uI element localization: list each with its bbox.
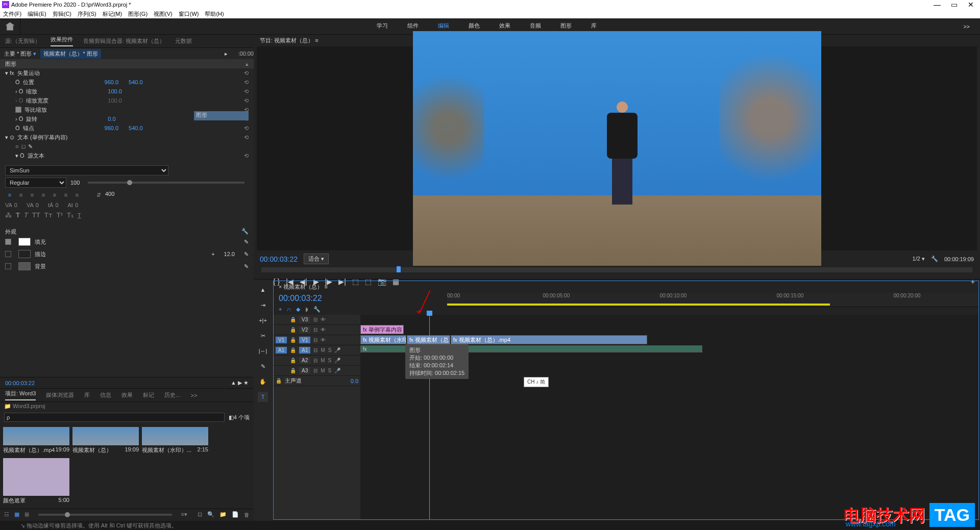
program-fit-select[interactable]: 适合 ▾: [304, 254, 329, 264]
ec-collapse-icon[interactable]: ▴: [246, 61, 249, 67]
project-search-input[interactable]: [4, 413, 225, 422]
reset-icon[interactable]: ⟲: [244, 88, 249, 95]
project-panel-tab[interactable]: 项目: Word3: [5, 390, 36, 400]
find-icon[interactable]: 🔍: [207, 511, 214, 518]
tsume-icon[interactable]: ⁂: [5, 211, 12, 219]
video-clip[interactable]: fx 视频素材（总）: [407, 335, 450, 344]
list-view-icon[interactable]: ☷: [4, 511, 9, 518]
mic-icon[interactable]: 🎤: [334, 358, 340, 363]
work-area-bar[interactable]: [447, 304, 830, 306]
align-center-icon[interactable]: ≡: [16, 191, 26, 199]
project-panel-tab[interactable]: 媒体浏览器: [46, 391, 74, 399]
project-item[interactable]: 视频素材（水印）...2:15: [142, 427, 208, 455]
slip-tool-icon[interactable]: |↔|: [258, 346, 268, 356]
lock-icon[interactable]: 🔒: [290, 327, 296, 333]
mic-icon[interactable]: 🎤: [334, 347, 340, 353]
master-track-header[interactable]: 🔒主声道0.0: [274, 376, 360, 386]
ec-sequence-clip[interactable]: 视频素材（总）* 图形: [40, 49, 101, 59]
reset-icon[interactable]: ⟲: [244, 97, 249, 104]
snap-icon[interactable]: ⌖: [279, 306, 282, 313]
mask-ellipse-icon[interactable]: ○: [15, 143, 19, 149]
project-panel-tab[interactable]: 历史...: [164, 391, 180, 399]
project-panel-tab[interactable]: 标记: [143, 391, 154, 399]
settings-icon[interactable]: 🔧: [931, 256, 938, 262]
reset-icon[interactable]: ⟲: [244, 79, 249, 86]
timeline-sequence-name[interactable]: × 视频素材（总） ≡: [274, 281, 978, 293]
lock-icon[interactable]: 🔒: [276, 378, 282, 384]
minimize-button[interactable]: —: [934, 1, 941, 9]
position-y[interactable]: 540.0: [129, 79, 143, 85]
sync-lock-icon[interactable]: ⊟: [313, 317, 317, 322]
ripple-edit-tool-icon[interactable]: +|+: [258, 315, 268, 325]
bin-icon[interactable]: 📁: [4, 403, 11, 409]
freeform-view-icon[interactable]: ⊞: [24, 511, 29, 518]
bold-icon[interactable]: T: [16, 211, 20, 219]
baseline-value[interactable]: 0: [75, 202, 78, 208]
align-right-icon[interactable]: ≡: [28, 191, 37, 199]
font-family-select[interactable]: SimSun: [5, 165, 168, 175]
type-tool-icon[interactable]: T: [258, 392, 268, 402]
pen-tool-icon[interactable]: ✎: [258, 361, 268, 371]
razor-tool-icon[interactable]: ✂: [258, 331, 268, 341]
menu-item[interactable]: 帮助(H): [205, 10, 224, 18]
menu-item[interactable]: 图形(G): [128, 10, 148, 18]
project-item[interactable]: 视频素材（总）.mp419:09: [3, 427, 69, 455]
lock-icon[interactable]: 🔒: [290, 347, 296, 353]
track-target[interactable]: V2: [299, 326, 310, 333]
lock-icon[interactable]: 🔒: [290, 337, 296, 343]
project-breadcrumb[interactable]: Word3.prproj: [13, 403, 45, 409]
lock-icon[interactable]: 🔒: [290, 368, 296, 373]
markers-icon[interactable]: ◆: [296, 306, 300, 313]
ec-timeline-arrow[interactable]: ▸: [225, 51, 233, 57]
track-select-tool-icon[interactable]: ⇥: [258, 300, 268, 310]
sync-lock-icon[interactable]: ⊟: [313, 368, 317, 373]
sync-lock-icon[interactable]: ⊟: [313, 347, 317, 353]
video-track-header[interactable]: 🔒V2⊟👁: [274, 325, 360, 335]
new-bin-icon[interactable]: 📁: [219, 511, 227, 518]
mask-rect-icon[interactable]: □: [22, 143, 26, 149]
fill-checkbox[interactable]: [5, 239, 11, 245]
eyedropper-icon[interactable]: ✎: [244, 263, 249, 270]
kerning-value[interactable]: 0: [14, 202, 17, 208]
track-target[interactable]: A1: [299, 347, 310, 354]
new-item-icon[interactable]: 📄: [232, 511, 239, 518]
reset-icon[interactable]: ⟲: [244, 153, 249, 159]
workspace-tab[interactable]: 学习: [375, 19, 390, 34]
text-section-label[interactable]: 文本 (举例字幕内容): [17, 134, 99, 141]
track-target[interactable]: V3: [299, 316, 310, 323]
stroke-checkbox[interactable]: [5, 251, 11, 257]
source-patch[interactable]: A1: [276, 347, 287, 354]
smallcaps-icon[interactable]: Tᴛ: [44, 211, 53, 219]
lock-icon[interactable]: 🔒: [290, 317, 296, 322]
source-panel-tab[interactable]: 源:（无剪辑）: [5, 37, 40, 45]
selection-tool-icon[interactable]: ▲: [258, 285, 268, 295]
tracking-value2[interactable]: 0: [36, 202, 39, 208]
wrench-icon[interactable]: 🔧: [313, 306, 321, 313]
timeline-timecode[interactable]: 00:00:03:22: [274, 293, 360, 304]
subscript-icon[interactable]: T₁: [67, 211, 74, 219]
hand-tool-icon[interactable]: ✋: [258, 376, 268, 387]
tracking-icon[interactable]: ⇵: [94, 191, 103, 199]
linked-selection-icon[interactable]: ∩: [287, 306, 291, 313]
superscript-icon[interactable]: T¹: [57, 211, 63, 219]
video-track-header[interactable]: 🔒V3⊟👁: [274, 315, 360, 325]
scale-value[interactable]: 100.0: [108, 88, 122, 94]
menu-item[interactable]: 编辑(E): [28, 10, 46, 18]
add-stroke-icon[interactable]: +: [211, 251, 214, 257]
timeline-ruler[interactable]: 00:0000:00:05:0000:00:10:0000:00:15:0000…: [447, 293, 978, 307]
sync-lock-icon[interactable]: ⊟: [313, 358, 317, 363]
uniform-scale-checkbox[interactable]: [15, 107, 21, 113]
sync-lock-icon[interactable]: ⊟: [313, 327, 317, 333]
align-justify-last-center-icon[interactable]: ≡: [61, 191, 70, 199]
tracking-value[interactable]: 400: [105, 191, 114, 199]
ec-nav-icons[interactable]: ▲ ▶ ★: [231, 380, 249, 386]
playhead-icon[interactable]: [397, 266, 401, 272]
project-panel-tab[interactable]: 库: [84, 391, 90, 399]
program-timecode[interactable]: 00:00:03:22: [260, 255, 298, 263]
menu-item[interactable]: 剪辑(C): [53, 10, 71, 18]
project-tabs-overflow[interactable]: >>: [190, 392, 197, 398]
mic-icon[interactable]: 🎤: [334, 368, 340, 373]
timeline-track-area[interactable]: fx 举例字幕内容 fx 视频素材（水印） fx 视频素材（总） fx 视频素材…: [360, 315, 978, 519]
source-patch[interactable]: V1: [276, 337, 287, 343]
project-panel-tab[interactable]: 信息: [100, 391, 111, 399]
